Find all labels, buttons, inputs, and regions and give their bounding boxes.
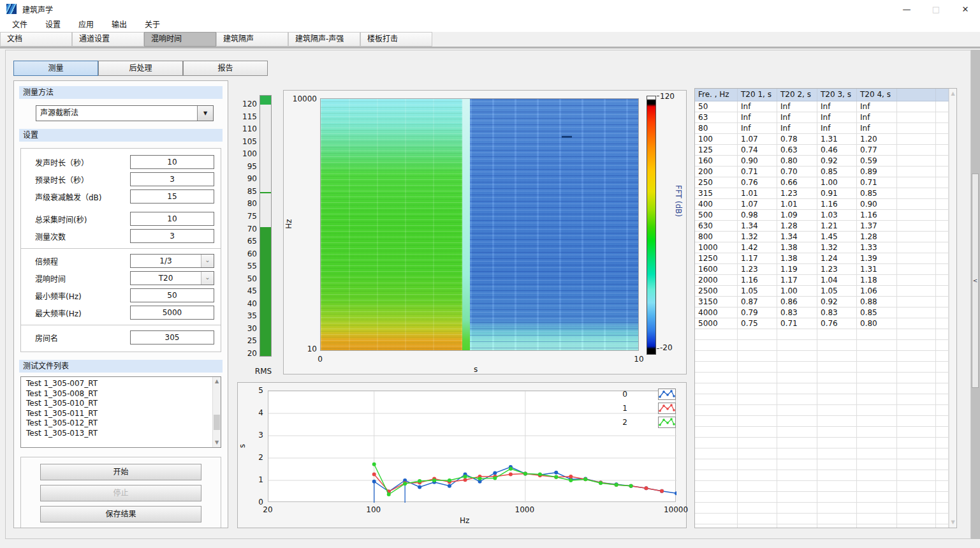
table-row[interactable]	[695, 448, 949, 459]
list-item[interactable]: Test 1_305-012_RT	[26, 418, 210, 429]
list-item[interactable]: Test 1_305-013_RT	[26, 429, 210, 439]
table-row[interactable]: 80InfInfInfInf	[695, 123, 949, 134]
measurement-method-select[interactable]: 声源截断法 ▼	[36, 105, 214, 121]
scroll-down-icon[interactable]: ▼	[213, 439, 221, 447]
table-row[interactable]	[695, 351, 949, 362]
table-row[interactable]	[695, 492, 949, 503]
field-select[interactable]: T20⌄	[130, 271, 214, 285]
menu-item-3[interactable]: 应用	[69, 18, 103, 32]
table-row[interactable]	[695, 373, 949, 383]
menu-item-4[interactable]: 输出	[103, 18, 136, 32]
table-row[interactable]: 12501.171.381.241.39	[695, 253, 949, 264]
table-row[interactable]	[695, 481, 949, 492]
table-row[interactable]: 5000.981.091.031.16	[695, 210, 949, 221]
table-row[interactable]: 8001.321.341.451.28	[695, 232, 949, 242]
table-cell: 1.23	[817, 264, 857, 274]
tab-2[interactable]: 通道设置	[72, 32, 144, 47]
line-chart-ytick: 4	[247, 408, 263, 417]
maximize-button[interactable]: □	[921, 0, 951, 18]
table-cell: 0.92	[817, 297, 857, 307]
close-button[interactable]: ✕	[951, 0, 980, 18]
tab-6[interactable]: 楼板打击	[360, 32, 432, 47]
table-row[interactable]: 10001.421.381.321.33	[695, 242, 949, 253]
field-input[interactable]: 50	[130, 288, 214, 302]
table-row[interactable]	[695, 340, 949, 351]
table-row[interactable]	[695, 514, 949, 524]
scroll-up-icon[interactable]: ▲	[213, 378, 221, 385]
list-item[interactable]: Test 1_305-011_RT	[26, 409, 210, 419]
field-input[interactable]: 15	[130, 189, 214, 204]
stop-button[interactable]: 停止	[40, 485, 201, 501]
field-input[interactable]: 3	[130, 172, 214, 186]
table-row[interactable]: 3151.011.230.910.85	[695, 188, 949, 199]
right-splitter-bar: <	[971, 50, 980, 539]
subtab-1[interactable]: 测量	[13, 61, 98, 76]
field-input[interactable]: 5000	[130, 306, 214, 320]
table-row[interactable]: 1600.900.800.920.59	[695, 156, 949, 167]
table-row[interactable]: 1001.070.781.311.20	[695, 134, 949, 145]
table-row[interactable]: 2500.760.661.000.71	[695, 177, 949, 188]
table-row[interactable]	[695, 470, 949, 481]
start-button[interactable]: 开始	[40, 464, 201, 480]
table-row[interactable]	[695, 394, 949, 405]
list-item[interactable]: Test 1_305-010_RT	[26, 399, 210, 409]
table-row[interactable]: 63InfInfInfInf	[695, 112, 949, 123]
tab-3[interactable]: 混响时间	[144, 32, 216, 47]
table-row[interactable]	[695, 329, 949, 340]
menu-item-5[interactable]: 关于	[136, 18, 169, 32]
field-input[interactable]: 10	[130, 212, 214, 226]
table-row[interactable]	[695, 362, 949, 373]
scrollbar-thumb[interactable]	[214, 415, 220, 430]
chevron-down-icon[interactable]: ⌄	[201, 255, 214, 267]
table-row[interactable]: 50000.750.710.760.80	[695, 318, 949, 329]
table-row[interactable]: 50InfInfInfInf	[695, 101, 949, 112]
table-row[interactable]: 31500.870.860.920.88	[695, 297, 949, 307]
tab-1[interactable]: 文档	[0, 32, 72, 47]
menu-item-1[interactable]: 文件	[3, 18, 36, 32]
list-item[interactable]: Test 1_305-008_RT	[26, 389, 210, 399]
table-row[interactable]: 2000.710.700.850.89	[695, 167, 949, 177]
table-row[interactable]	[695, 427, 949, 438]
file-list-scrollbar[interactable]: ▲ ▼	[212, 377, 221, 447]
table-row[interactable]	[695, 524, 949, 528]
table-cell	[936, 101, 949, 112]
table-row[interactable]	[695, 503, 949, 514]
field-input[interactable]: 3	[130, 229, 214, 243]
table-row[interactable]	[695, 405, 949, 416]
table-row[interactable]: 20001.161.171.041.18	[695, 275, 949, 286]
table-row[interactable]: 25001.051.001.051.06	[695, 286, 949, 297]
table-row[interactable]: 4001.071.011.160.90	[695, 199, 949, 210]
field-select[interactable]: 1/3⌄	[130, 254, 214, 268]
field-input[interactable]: 10	[130, 155, 214, 169]
rms-tick-label: 105	[238, 137, 257, 146]
table-cell: 0.59	[857, 156, 897, 166]
table-row[interactable]	[695, 383, 949, 394]
minimize-button[interactable]: —	[892, 0, 921, 18]
scroll-up-icon[interactable]: ▲	[949, 90, 956, 98]
tab-4[interactable]: 建筑隔声	[216, 32, 288, 47]
table-row[interactable]: 16001.231.191.231.31	[695, 264, 949, 275]
menu-item-2[interactable]: 设置	[36, 18, 69, 32]
table-row[interactable]: 1250.740.630.460.77	[695, 145, 949, 156]
table-row[interactable]: 40000.790.830.830.85	[695, 307, 949, 318]
tab-5[interactable]: 建筑隔声-声强	[288, 32, 360, 47]
scroll-down-icon[interactable]: ▼	[949, 519, 956, 526]
panel-collapse-handle[interactable]: <	[972, 174, 979, 388]
subtab-2[interactable]: 后处理	[98, 61, 183, 76]
list-item[interactable]: Test 1_305-007_RT	[26, 379, 210, 389]
setting-row: 最大频率(Hz)5000	[27, 306, 214, 320]
test-file-list[interactable]: Test 1_305-007_RTTest 1_305-008_RTTest 1…	[20, 376, 221, 448]
save-results-button[interactable]: 保存结果	[40, 506, 201, 522]
subtab-3[interactable]: 报告	[183, 61, 268, 76]
chevron-down-icon[interactable]: ⌄	[201, 272, 214, 285]
table-row[interactable]	[695, 416, 949, 427]
table-cell	[936, 514, 949, 524]
field-input[interactable]: 305	[130, 330, 214, 344]
dropdown-arrow-icon[interactable]: ▼	[197, 106, 213, 121]
table-row[interactable]	[695, 459, 949, 470]
table-row[interactable]	[695, 438, 949, 448]
table-cell: 0.71	[738, 167, 777, 177]
table-scrollbar[interactable]: ▲ ▼	[949, 89, 956, 528]
table-row[interactable]: 6301.341.281.211.37	[695, 221, 949, 232]
table-cell	[695, 470, 738, 480]
